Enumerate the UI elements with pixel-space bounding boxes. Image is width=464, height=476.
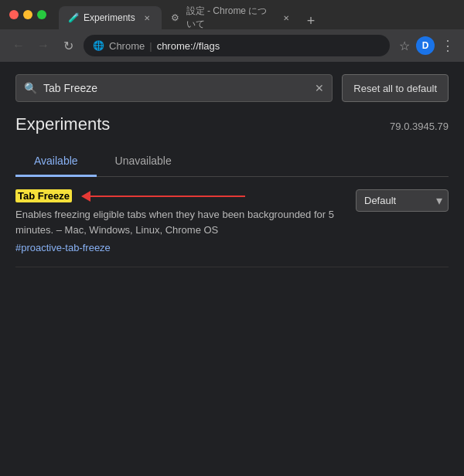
reset-all-button[interactable]: Reset all to default [342,74,449,102]
traffic-lights [9,10,46,19]
forward-button[interactable]: → [34,39,53,53]
bookmark-button[interactable]: ☆ [399,39,410,53]
back-button[interactable]: ← [9,39,28,53]
tab-experiments[interactable]: 🧪 Experiments ✕ [59,6,162,29]
tabs-nav: Available Unavailable [15,147,449,177]
experiments-header: Experiments 79.0.3945.79 [15,114,449,134]
refresh-button[interactable]: ↻ [59,39,77,53]
search-box: 🔍 ✕ [15,74,333,102]
chrome-menu-button[interactable]: ⋮ [441,37,455,54]
flag-name: Tab Freeze [15,189,72,202]
arrow-head [81,191,90,202]
flag-name-row: Tab Freeze [15,189,346,202]
browser-tabs: 🧪 Experiments ✕ ⚙ 設定 - Chrome について ✕ + [59,0,455,29]
maximize-button[interactable] [37,10,46,19]
flag-select[interactable]: Default Enabled Disabled [356,189,449,212]
globe-icon: 🌐 [93,40,104,51]
titlebar: 🧪 Experiments ✕ ⚙ 設定 - Chrome について ✕ + [0,0,464,29]
avatar[interactable]: D [416,36,435,55]
page-title: Experiments [15,114,110,134]
address-url: chrome://flags [157,40,220,52]
address-divider: | [149,40,152,52]
page-content: 🔍 ✕ Reset all to default Experiments 79.… [0,62,464,476]
search-input[interactable] [43,82,309,94]
tab-close-button[interactable]: ✕ [142,12,152,23]
tab-unavailable[interactable]: Unavailable [97,147,190,177]
search-icon: 🔍 [24,82,37,94]
new-tab-button[interactable]: + [301,13,322,29]
experiment-icon: 🧪 [68,12,79,23]
version-text: 79.0.3945.79 [390,121,449,132]
flag-link[interactable]: #proactive-tab-freeze [15,242,111,253]
minimize-button[interactable] [23,10,32,19]
flag-select-wrapper: Default Enabled Disabled [356,189,449,212]
flag-item: Tab Freeze Enables freezing eligible tab… [15,177,449,267]
address-box[interactable]: 🌐 Chrome | chrome://flags [84,35,390,56]
tab-available[interactable]: Available [15,147,97,177]
close-button[interactable] [9,10,19,19]
arrow-line [90,196,245,197]
tab-settings-close-button[interactable]: ✕ [281,12,292,23]
search-row: 🔍 ✕ Reset all to default [15,74,449,102]
settings-icon: ⚙ [171,12,182,23]
tab-experiments-label: Experiments [84,12,135,23]
address-chrome-text: Chrome [109,40,145,52]
arrow-indicator [81,191,245,202]
flag-content: Tab Freeze Enables freezing eligible tab… [15,189,346,254]
flag-description: Enables freezing eligible tabs when they… [15,207,346,237]
addressbar: ← → ↻ 🌐 Chrome | chrome://flags ☆ D ⋮ [0,29,464,62]
tab-settings[interactable]: ⚙ 設定 - Chrome について ✕ [162,6,301,29]
search-clear-button[interactable]: ✕ [315,82,324,94]
tab-settings-label: 設定 - Chrome について [186,5,275,31]
